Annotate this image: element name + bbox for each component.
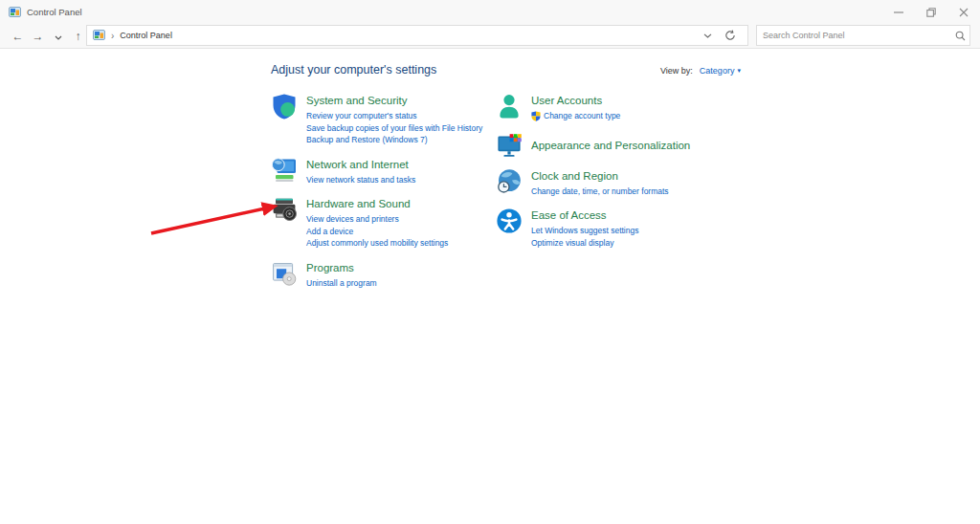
titlebar: Control Panel bbox=[0, 0, 980, 24]
minimize-button[interactable] bbox=[882, 0, 915, 24]
appearance-personalization-icon[interactable] bbox=[496, 133, 523, 160]
chevron-down-icon bbox=[703, 33, 712, 38]
category-column-right: User Accounts Change account type Appear… bbox=[496, 93, 783, 259]
restore-icon bbox=[926, 8, 936, 17]
uac-shield-icon bbox=[531, 111, 541, 121]
task-link[interactable]: Optimize visual display bbox=[531, 237, 638, 250]
category-title[interactable]: System and Security bbox=[306, 94, 482, 108]
category-hardware-and-sound: Hardware and Sound View devices and prin… bbox=[271, 196, 496, 250]
category-ease-of-access: Ease of Access Let Windows suggest setti… bbox=[496, 207, 783, 249]
hardware-and-sound-icon[interactable] bbox=[271, 196, 298, 223]
user-accounts-icon[interactable] bbox=[496, 93, 523, 120]
main-content: Adjust your computer's settings View by:… bbox=[0, 49, 980, 524]
category-user-accounts: User Accounts Change account type bbox=[496, 93, 783, 122]
search-box bbox=[756, 25, 970, 46]
category-column-left: System and Security Review your computer… bbox=[271, 93, 496, 299]
recent-pages-button[interactable] bbox=[48, 27, 68, 46]
chevron-down-icon bbox=[55, 35, 62, 40]
category-clock-and-region: Clock and Region Change date, time, or n… bbox=[496, 168, 783, 198]
breadcrumb-item[interactable]: Control Panel bbox=[120, 31, 172, 40]
breadcrumb-chevron-icon: › bbox=[111, 31, 114, 41]
category-title[interactable]: Hardware and Sound bbox=[306, 197, 448, 211]
category-programs: Programs Uninstall a program bbox=[271, 260, 496, 290]
close-button[interactable] bbox=[947, 0, 980, 24]
view-by-label: View by: bbox=[660, 66, 693, 76]
window-title: Control Panel bbox=[27, 7, 82, 17]
address-bar-actions bbox=[696, 26, 742, 45]
forward-icon: → bbox=[33, 30, 44, 43]
clock-region-globe-icon[interactable] bbox=[496, 168, 523, 195]
category-network-and-internet: Network and Internet View network status… bbox=[271, 157, 496, 186]
address-bar[interactable]: › Control Panel bbox=[86, 25, 748, 46]
back-icon: ← bbox=[12, 30, 24, 43]
caret-down-icon: ▾ bbox=[737, 67, 741, 75]
search-input[interactable] bbox=[757, 31, 950, 40]
task-link[interactable]: Save backup copies of your files with Fi… bbox=[306, 122, 482, 135]
view-by-value: Category bbox=[700, 66, 735, 76]
category-title[interactable]: Network and Internet bbox=[306, 158, 415, 172]
programs-icon[interactable] bbox=[271, 260, 298, 287]
close-icon bbox=[959, 8, 969, 17]
window-controls bbox=[882, 0, 980, 24]
control-panel-icon bbox=[9, 4, 21, 21]
task-link[interactable]: Change date, time, or number formats bbox=[531, 186, 669, 198]
ease-of-access-icon[interactable] bbox=[496, 207, 523, 234]
task-link[interactable]: Backup and Restore (Windows 7) bbox=[306, 134, 482, 146]
view-by-dropdown[interactable]: Category ▾ bbox=[700, 66, 741, 76]
search-icon[interactable] bbox=[950, 31, 969, 41]
category-title[interactable]: Ease of Access bbox=[531, 208, 638, 223]
category-appearance-and-personalization: Appearance and Personalization bbox=[496, 133, 783, 160]
task-link[interactable]: Uninstall a program bbox=[306, 277, 377, 290]
page-title: Adjust your computer's settings bbox=[271, 63, 436, 76]
task-link[interactable]: Let Windows suggest settings bbox=[531, 225, 638, 237]
view-by-control: View by: Category ▾ bbox=[660, 66, 741, 76]
up-icon: ↑ bbox=[76, 30, 81, 43]
task-link[interactable]: Review your computer's status bbox=[306, 110, 482, 122]
category-system-and-security: System and Security Review your computer… bbox=[271, 93, 496, 146]
minimize-icon bbox=[894, 8, 903, 17]
task-link[interactable]: Adjust commonly used mobility settings bbox=[306, 237, 448, 250]
system-security-shield-icon[interactable] bbox=[271, 93, 298, 120]
task-link[interactable]: Add a device bbox=[306, 226, 448, 238]
control-panel-window: Control Panel ← → ↑ bbox=[0, 0, 980, 524]
refresh-button[interactable] bbox=[719, 26, 742, 45]
nav-buttons: ← → ↑ bbox=[0, 27, 88, 46]
back-button[interactable]: ← bbox=[8, 27, 28, 46]
control-panel-icon bbox=[93, 30, 105, 42]
category-title[interactable]: Programs bbox=[306, 261, 377, 275]
task-link[interactable]: View devices and printers bbox=[306, 213, 448, 226]
window-chrome: Control Panel ← → ↑ bbox=[0, 0, 980, 49]
task-link-with-shield[interactable]: Change account type bbox=[531, 110, 620, 122]
category-title[interactable]: Appearance and Personalization bbox=[531, 139, 690, 153]
forward-button[interactable]: → bbox=[28, 27, 48, 46]
category-title[interactable]: Clock and Region bbox=[531, 169, 669, 184]
network-monitor-icon[interactable] bbox=[271, 157, 298, 184]
up-button[interactable]: ↑ bbox=[68, 27, 88, 46]
task-link[interactable]: View network status and tasks bbox=[306, 174, 415, 186]
address-dropdown-button[interactable] bbox=[696, 26, 719, 45]
refresh-icon bbox=[724, 30, 736, 41]
task-link-label: Change account type bbox=[544, 110, 620, 122]
maximize-button[interactable] bbox=[915, 0, 947, 24]
category-title[interactable]: User Accounts bbox=[531, 94, 620, 108]
